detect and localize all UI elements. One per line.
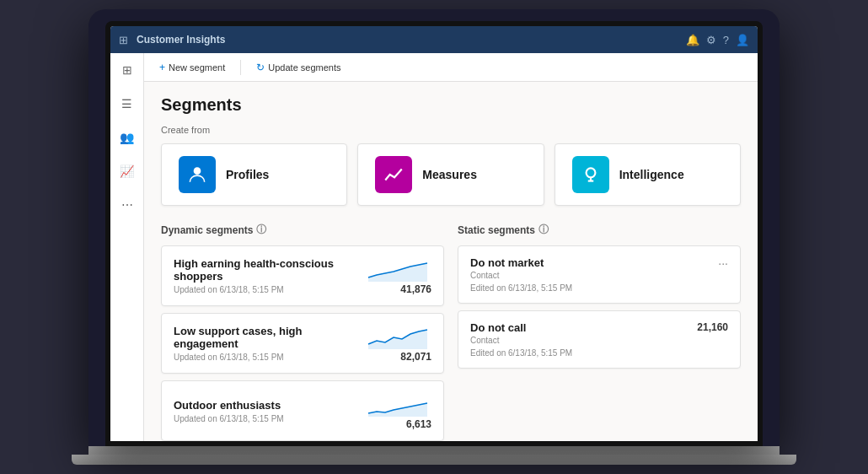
static-dots-1: ··· [718, 256, 728, 270]
cmd-divider [240, 60, 241, 75]
dynamic-segment-card-3[interactable]: Outdoor enthusiasts Updated on 6/13/18, … [161, 380, 444, 441]
segment-count-2: 82,071 [400, 351, 431, 363]
sidebar-icon-home[interactable]: ⊞ [117, 60, 137, 80]
segment-name-2: Low support cases, high engagement [174, 325, 364, 350]
measures-card[interactable]: Measures [357, 143, 544, 206]
intelligence-card[interactable]: Intelligence [555, 143, 741, 206]
sidebar-icon-menu[interactable]: ☰ [117, 94, 137, 114]
dynamic-segments-section: Dynamic segments ⓘ High earning health-c… [161, 223, 444, 441]
static-segment-info-2: Do not call Contact Edited on 6/13/18, 5… [470, 321, 572, 358]
static-date-2: Edited on 6/13/18, 5:15 PM [470, 348, 572, 358]
intelligence-icon-box [572, 156, 609, 193]
dynamic-info-icon: ⓘ [256, 223, 266, 237]
dynamic-segments-title: Dynamic segments ⓘ [161, 223, 444, 237]
user-avatar[interactable]: 👤 [736, 34, 749, 46]
command-bar: + New segment ↻ Update segments [144, 53, 758, 82]
create-cards: Profiles Measures [161, 143, 741, 206]
update-segments-button[interactable]: ↻ Update segments [251, 59, 346, 76]
measures-icon-box [375, 156, 412, 193]
notification-icon[interactable]: 🔔 [686, 34, 699, 46]
segment-updated-3: Updated on 6/13/18, 5:15 PM [174, 414, 364, 423]
segment-updated-2: Updated on 6/13/18, 5:15 PM [174, 353, 364, 362]
static-type-1: Contact [470, 271, 572, 280]
segment-name-1: High earning health-conscious shoppers [174, 257, 364, 283]
refresh-icon: ↻ [256, 62, 265, 73]
profiles-label: Profiles [226, 168, 269, 181]
segment-count-1: 41,876 [400, 283, 431, 295]
content-area: + New segment ↻ Update segments Segmen [144, 53, 758, 441]
segment-count-3: 6,613 [406, 418, 431, 430]
static-segment-info-1: Do not market Contact Edited on 6/13/18,… [470, 256, 572, 293]
svg-marker-6 [368, 403, 427, 417]
static-info-icon: ⓘ [538, 223, 549, 237]
svg-marker-5 [368, 330, 427, 349]
new-segment-label: New segment [169, 62, 225, 73]
segment-card-info-3: Outdoor enthusiasts Updated on 6/13/18, … [174, 399, 364, 423]
sidebar-icon-people[interactable]: 👥 [117, 127, 137, 148]
segment-chart-2: 82,071 [364, 324, 431, 363]
laptop-hinge [88, 446, 780, 455]
sidebar-icon-chart[interactable]: 📈 [117, 161, 137, 181]
page-content: Segments Create from [144, 82, 758, 441]
update-segments-label: Update segments [268, 62, 340, 73]
segment-updated-1: Updated on 6/13/18, 5:15 PM [174, 285, 364, 294]
static-segments-section: Static segments ⓘ Do not market [458, 223, 741, 441]
static-type-2: Contact [470, 336, 572, 345]
page-title: Segments [161, 95, 741, 115]
segment-card-info-1: High earning health-conscious shoppers U… [174, 257, 364, 294]
segments-grid: Dynamic segments ⓘ High earning health-c… [161, 223, 741, 441]
segment-name-3: Outdoor enthusiasts [174, 399, 364, 412]
segment-chart-3: 6,613 [364, 391, 431, 430]
static-name-2: Do not call [470, 321, 572, 334]
main-layout: ⊞ ☰ 👥 📈 ⋯ + New segment [110, 53, 758, 441]
intelligence-label: Intelligence [619, 168, 684, 181]
static-row-2: Do not call Contact Edited on 6/13/18, 5… [470, 321, 728, 358]
segment-chart-1: 41,876 [364, 256, 431, 295]
help-icon[interactable]: ? [723, 34, 729, 46]
static-segment-card-1[interactable]: Do not market Contact Edited on 6/13/18,… [458, 245, 741, 304]
static-segments-title: Static segments ⓘ [458, 223, 741, 237]
svg-point-1 [586, 168, 595, 177]
settings-icon[interactable]: ⚙ [706, 34, 716, 46]
app-bar-icons: 🔔 ⚙ ? 👤 [686, 34, 749, 46]
app-bar: ⊞ Customer Insights 🔔 ⚙ ? 👤 [110, 26, 758, 53]
profiles-icon-box [179, 156, 216, 193]
new-segment-button[interactable]: + New segment [154, 59, 230, 76]
sidebar: ⊞ ☰ 👥 📈 ⋯ [110, 53, 144, 441]
dynamic-segment-card-2[interactable]: Low support cases, high engagement Updat… [161, 313, 444, 374]
segment-card-info-2: Low support cases, high engagement Updat… [174, 325, 364, 362]
static-segment-card-2[interactable]: Do not call Contact Edited on 6/13/18, 5… [458, 310, 741, 369]
grid-icon: ⊞ [119, 34, 128, 46]
laptop-base [72, 455, 796, 465]
profiles-card[interactable]: Profiles [161, 143, 347, 206]
dynamic-segment-card-1[interactable]: High earning health-conscious shoppers U… [161, 245, 444, 306]
svg-marker-4 [368, 263, 427, 282]
app-title: Customer Insights [137, 34, 681, 46]
laptop-frame: ⊞ Customer Insights 🔔 ⚙ ? 👤 ⊞ ☰ [88, 9, 780, 446]
svg-point-0 [194, 167, 201, 175]
screen: ⊞ Customer Insights 🔔 ⚙ ? 👤 ⊞ ☰ [110, 26, 758, 441]
measures-label: Measures [422, 168, 477, 181]
static-row-1: Do not market Contact Edited on 6/13/18,… [470, 256, 728, 293]
create-from-label: Create from [161, 125, 741, 135]
static-date-1: Edited on 6/13/18, 5:15 PM [470, 283, 572, 293]
static-count-2: 21,160 [697, 321, 728, 333]
screen-border: ⊞ Customer Insights 🔔 ⚙ ? 👤 ⊞ ☰ [105, 21, 763, 446]
static-name-1: Do not market [470, 256, 572, 269]
sidebar-icon-more[interactable]: ⋯ [117, 195, 137, 215]
plus-icon: + [159, 62, 165, 73]
